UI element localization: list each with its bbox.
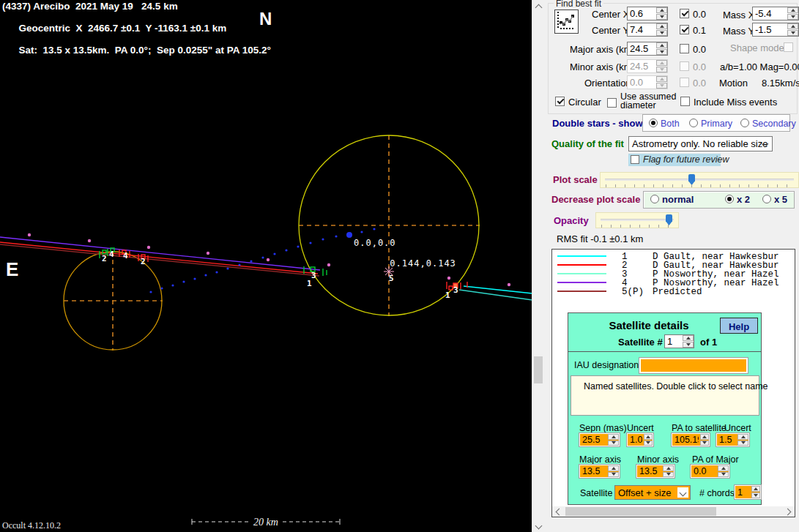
satellite-fit-dropdown[interactable]: Offset + size bbox=[614, 485, 691, 500]
sepn-uncert-spinner[interactable] bbox=[644, 434, 653, 446]
east-direction-label: E bbox=[6, 258, 18, 281]
dropdown-button[interactable] bbox=[677, 487, 688, 498]
flag-review-label: Flag for future review bbox=[643, 154, 729, 165]
scroll-up-button[interactable] bbox=[532, 0, 545, 12]
spin-down-icon[interactable] bbox=[700, 441, 709, 446]
opacity-slider-thumb[interactable] bbox=[666, 214, 672, 225]
spin-up-icon[interactable] bbox=[718, 465, 729, 471]
satellite-fit-value: Offset + size bbox=[618, 487, 671, 498]
circular-checkbox[interactable] bbox=[555, 97, 565, 106]
spin-down-icon[interactable] bbox=[683, 342, 694, 348]
spin-up-icon[interactable] bbox=[608, 434, 619, 440]
double-stars-primary-radio[interactable] bbox=[689, 119, 698, 127]
plot-scale-slider-thumb[interactable] bbox=[688, 174, 695, 185]
plot-scale-slider[interactable] bbox=[600, 172, 799, 188]
center-x-fit-checkbox[interactable] bbox=[680, 9, 689, 18]
vertical-scroll-thumb[interactable] bbox=[534, 356, 543, 383]
spin[interactable] bbox=[663, 465, 674, 477]
spin-up-icon[interactable] bbox=[663, 465, 674, 471]
slider-track[interactable] bbox=[605, 179, 794, 181]
orientation-spinner bbox=[656, 76, 667, 89]
satellite-number-label: Satellite # bbox=[618, 337, 663, 348]
help-button[interactable]: Help bbox=[720, 318, 758, 334]
pa-uncert-stepper bbox=[716, 433, 749, 446]
rms-fit-readout: RMS fit -0.1 ±0.1 km bbox=[557, 233, 643, 244]
spin[interactable] bbox=[718, 465, 729, 477]
plot-area[interactable]: 2 4 4 2 3 1 3 1 5 20 km (4337) Arecibo 2… bbox=[0, 0, 532, 532]
spin-down-icon[interactable] bbox=[751, 492, 760, 498]
spin-up-icon[interactable] bbox=[700, 434, 709, 440]
horizontal-scroll-thumb[interactable] bbox=[565, 507, 716, 516]
sat-major-axis-label: Major axis bbox=[579, 454, 621, 465]
spin-up-icon[interactable] bbox=[656, 42, 667, 48]
scale-normal-radio[interactable] bbox=[650, 195, 659, 203]
mass-y-spinner[interactable] bbox=[787, 23, 798, 36]
svg-text:1: 1 bbox=[307, 279, 312, 288]
spin[interactable] bbox=[751, 486, 760, 498]
opacity-slider[interactable] bbox=[595, 212, 679, 228]
shape-model-checkbox[interactable] bbox=[784, 42, 793, 52]
use-assumed-diameter-checkbox[interactable] bbox=[607, 98, 617, 108]
spin-up-icon[interactable] bbox=[737, 434, 748, 440]
spin-down-icon[interactable] bbox=[656, 30, 667, 36]
include-miss-events-checkbox[interactable] bbox=[680, 97, 690, 106]
mass-x-spinner[interactable] bbox=[787, 7, 798, 20]
spin-down-icon[interactable] bbox=[663, 472, 674, 478]
scale-x5-radio[interactable] bbox=[762, 195, 771, 203]
spin-down-icon[interactable] bbox=[656, 49, 667, 55]
pa-uncert-spinner[interactable] bbox=[737, 434, 748, 446]
scroll-right-button[interactable] bbox=[783, 506, 795, 517]
orientation-stepper bbox=[627, 75, 668, 89]
scale-x2-radio[interactable] bbox=[725, 195, 734, 203]
center-y-fit-checkbox[interactable] bbox=[680, 25, 689, 34]
spin-up-icon[interactable] bbox=[656, 7, 667, 13]
plot-title-line2: Geocentric X 2466.7 ±0.1 Y -1163.1 ±0.1 … bbox=[19, 23, 227, 34]
svg-text:3: 3 bbox=[311, 271, 316, 280]
major-axis-spinner[interactable] bbox=[656, 42, 667, 55]
spin-down-icon[interactable] bbox=[718, 472, 729, 478]
center-y-spinner[interactable] bbox=[656, 23, 667, 36]
spin-up-icon[interactable] bbox=[683, 335, 694, 341]
svg-text:1: 1 bbox=[445, 291, 450, 300]
spin-down-icon[interactable] bbox=[608, 441, 619, 446]
spin-down-icon[interactable] bbox=[644, 441, 653, 446]
center-x-spinner[interactable] bbox=[656, 7, 667, 20]
north-direction-label: N bbox=[259, 9, 272, 29]
spin[interactable] bbox=[608, 465, 619, 477]
satellite-details-panel: Satellite details Help Satellite # of 1 … bbox=[568, 312, 762, 505]
find-best-fit-button[interactable] bbox=[554, 10, 579, 34]
spin-up-icon[interactable] bbox=[656, 23, 667, 29]
use-assumed-diameter-label: Use assumed diameter bbox=[620, 92, 677, 110]
spin-up-icon[interactable] bbox=[608, 465, 619, 471]
slider-track[interactable] bbox=[601, 219, 674, 221]
vertical-scrollbar[interactable] bbox=[532, 0, 545, 532]
double-stars-secondary-radio[interactable] bbox=[740, 119, 749, 127]
quality-of-fit-dropdown[interactable]: Astrometry only. No reliable size bbox=[628, 136, 773, 151]
spin-down-icon[interactable] bbox=[787, 14, 798, 20]
scroll-left-button[interactable] bbox=[552, 506, 564, 517]
major-axis-fit-checkbox[interactable] bbox=[680, 44, 689, 53]
pa-spinner[interactable] bbox=[700, 434, 709, 446]
dropdown-button[interactable] bbox=[759, 138, 770, 149]
num-chords-label: # chords bbox=[699, 488, 735, 498]
spin-down-icon[interactable] bbox=[737, 441, 748, 446]
named-satellites-listbox[interactable]: Named satellites. Double click to select… bbox=[571, 375, 759, 416]
spin-up-icon[interactable] bbox=[787, 7, 798, 13]
spin-down-icon[interactable] bbox=[787, 30, 798, 36]
flag-review-checkbox[interactable] bbox=[631, 155, 639, 164]
satellite-number-spinner[interactable] bbox=[683, 335, 694, 348]
center-y-label: Center Y bbox=[592, 25, 629, 36]
spin-up-icon[interactable] bbox=[644, 434, 653, 440]
svg-text:4: 4 bbox=[109, 250, 114, 259]
spin-up-icon[interactable] bbox=[751, 486, 760, 492]
sepn-spinner[interactable] bbox=[608, 434, 619, 446]
spin-down-icon[interactable] bbox=[656, 14, 667, 20]
iau-designation-input[interactable] bbox=[639, 358, 748, 373]
scroll-down-button[interactable] bbox=[532, 520, 545, 532]
spin-up-icon[interactable] bbox=[787, 23, 798, 29]
sepn-stepper bbox=[579, 433, 620, 446]
horizontal-scrollbar[interactable] bbox=[552, 506, 795, 517]
spin-down-icon[interactable] bbox=[608, 472, 619, 478]
legend-line-swatch bbox=[557, 273, 606, 274]
double-stars-both-radio[interactable] bbox=[649, 119, 658, 127]
